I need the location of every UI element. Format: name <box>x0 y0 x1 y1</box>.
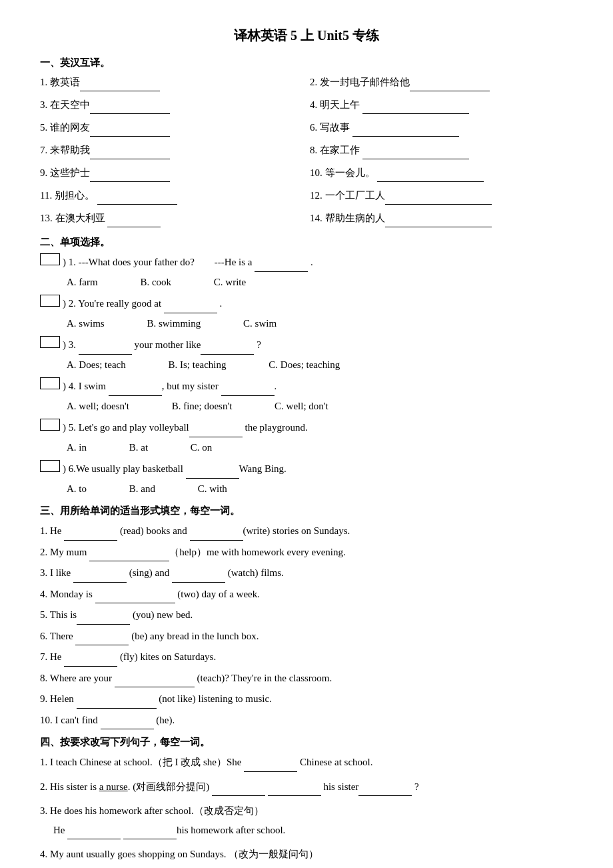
mc-options: A. swims B. swimming C. swim <box>67 314 573 333</box>
list-item: 14. 帮助生病的人 <box>310 209 573 227</box>
section3-header: 三、用所给单词的适当形式填空，每空一词。 <box>40 505 573 517</box>
section2-header: 二、单项选择。 <box>40 236 573 249</box>
mc-options: A. farm B. cook C. write <box>67 273 573 292</box>
answer-bracket <box>40 295 60 307</box>
list-item: 12. 一个工厂工人 <box>310 187 573 205</box>
list-item: 10. 等一会儿。 <box>310 164 573 182</box>
fill-item-6: 6. There (be) any bread in the lunch box… <box>40 627 573 646</box>
section4-header: 四、按要求改写下列句子，每空一词。 <box>40 736 573 749</box>
fill-item-3: 3. I like (sing) and (watch) films. <box>40 563 573 583</box>
fill-item-8: 8. Where are your (teach)? They're in th… <box>40 669 573 688</box>
list-item: 6. 写故事 <box>310 119 573 137</box>
list-item: 4. 明天上午 <box>310 96 573 114</box>
answer-bracket <box>40 460 60 472</box>
fill-item-7: 7. He (fly) kites on Saturdays. <box>40 647 573 667</box>
fill-item-5: 5. This is (you) new bed. <box>40 605 573 625</box>
fill-item-1: 1. He (read) books and (write) stories o… <box>40 521 573 541</box>
fill-item-9: 9. Helen (not like) listening to music. <box>40 689 573 709</box>
mc-options: A. well; doesn't B. fine; doesn't C. wel… <box>67 397 573 416</box>
list-item: 2. 发一封电子邮件给他 <box>310 73 573 91</box>
mc-item-3: ) 3. your mother like ? A. Does; teach B… <box>40 335 573 374</box>
list-item: 11. 别担心。 <box>40 187 303 205</box>
transform-item-1: 1. I teach Chinese at school.（把 I 改成 she… <box>40 753 573 772</box>
mc-item-5: ) 5. Let's go and play volleyball the pl… <box>40 418 573 457</box>
fill-item-4: 4. Monday is (two) day of a week. <box>40 585 573 604</box>
list-item: 5. 谁的网友 <box>40 119 303 137</box>
mc-item-2: ) 2. You're really good at . A. swims B.… <box>40 294 573 333</box>
page-title: 译林英语 5 上 Unit5 专练 <box>40 27 573 45</box>
mc-item-6: ) 6.We usually play basketball Wang Bing… <box>40 459 573 498</box>
mc-options: A. to B. and C. with <box>67 479 573 499</box>
transform-item-4: 4. My aunt usually goes shopping on Sund… <box>40 845 573 868</box>
list-item: 13. 在澳大利亚 <box>40 209 303 227</box>
list-item: 9. 这些护士 <box>40 164 303 182</box>
mc-options: A. in B. at C. on <box>67 438 573 457</box>
mc-item-1: ) 1. ---What does your father do? ---He … <box>40 253 573 291</box>
list-item: 7. 来帮助我 <box>40 141 303 159</box>
mc-item-4: ) 4. I swim , but my sister . A. well; d… <box>40 377 573 415</box>
fill-item-10: 10. I can't find (he). <box>40 711 573 730</box>
answer-bracket <box>40 336 60 348</box>
section1-header: 一、英汉互译。 <box>40 57 573 69</box>
transform-item-3: 3. He does his homework after school.（改成… <box>40 801 573 839</box>
fill-item-2: 2. My mum （help）me with homework every e… <box>40 543 573 562</box>
mc-options: A. Does; teach B. Is; teaching C. Does; … <box>67 355 573 375</box>
list-item: 8. 在家工作 <box>310 141 573 159</box>
list-item: 3. 在天空中 <box>40 96 303 114</box>
transform-item-2: 2. His sister is a nurse. (对画线部分提问) his … <box>40 777 573 797</box>
answer-bracket <box>40 377 60 389</box>
answer-bracket <box>40 419 60 431</box>
answer-bracket <box>40 253 60 265</box>
list-item: 1. 教英语 <box>40 73 303 91</box>
